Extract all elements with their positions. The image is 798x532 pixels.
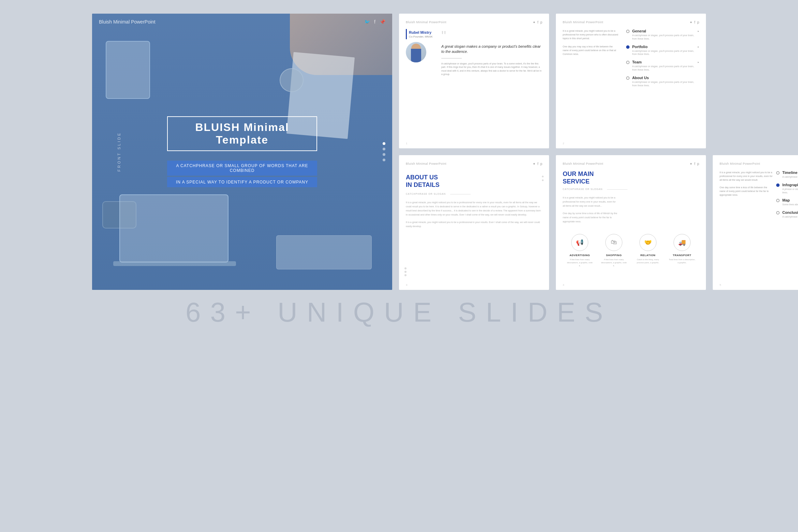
about-header: Bluish Minimal PowerPoint ✦ f p <box>406 162 542 166</box>
about-facebook[interactable]: f <box>537 162 538 166</box>
toc1-dot-general <box>626 30 630 33</box>
toc1-twitter[interactable]: ✦ <box>690 20 692 24</box>
toc2-left: It is a great miracle, you might noticed… <box>720 171 773 223</box>
coffee-decoration <box>280 68 304 92</box>
toc1-item-general: General A catchphrase or slogan, you'll … <box>626 29 699 41</box>
toc2-page-num: 5 <box>720 283 721 286</box>
hero-dot-4[interactable] <box>383 159 385 161</box>
profile-title: Co-Founder, MNSK <box>409 35 433 38</box>
testimonial-brand: Bluish Minimal PowerPoint <box>406 20 446 24</box>
about-brand: Bluish Minimal PowerPoint <box>406 162 446 165</box>
service-twitter[interactable]: ✦ <box>690 162 692 166</box>
hero-facebook-icon[interactable]: f <box>374 19 375 25</box>
hero-social[interactable]: 🐦 f 📌 <box>364 19 385 25</box>
testimonial-divider <box>441 58 462 59</box>
toc2-map-desc: Some lines about where a company or a gr… <box>782 203 798 206</box>
toc1-items-list: General A catchphrase or slogan, you'll … <box>626 29 699 87</box>
about-bottom-decoration <box>404 267 407 276</box>
toc2-map-title: Map <box>782 198 798 202</box>
about-title: ABOUT US IN DETAILS <box>406 174 542 189</box>
about-subtitle: CATCHPHRASE OR SLOGAN <box>406 193 542 195</box>
service-pinterest[interactable]: p <box>697 162 699 166</box>
advertising-desc: A few lines from many descriptions, a gr… <box>566 258 593 267</box>
toc2-items-list: Timeline A catchphrase or slogan, you'll… <box>776 171 798 219</box>
laptop-decoration <box>119 194 228 263</box>
right-column: Bluish Minimal PowerPoint ✦ f p <box>399 14 798 290</box>
about-body2: It is a great miracle, you might noticed… <box>406 220 542 228</box>
toc2-item-map: Map Some lines about where a company or … <box>776 198 798 206</box>
profile-section: Rubel Mistry Co-Founder, MNSK <box>406 29 437 62</box>
service-page-num: 4 <box>563 283 564 286</box>
top-right-row: Bluish Minimal PowerPoint ✦ f p <box>399 14 798 148</box>
about-decoration-dots <box>542 176 544 181</box>
toc1-item-team-desc: A catchphrase or slogan, you'll process … <box>632 65 695 72</box>
toc2-conclusion-desc: A catchphrase or slogan, you'll process … <box>782 215 798 219</box>
toc1-page-num-text: 2 <box>563 142 564 145</box>
hero-vertical-label: Front Slide <box>116 132 122 172</box>
toc1-body: It is a great miracle, you might noticed… <box>563 29 699 91</box>
bottom-tagline: 63+ UNIQUE SLIDES <box>186 297 612 328</box>
toc2-timeline-desc: A catchphrase or slogan, you'll process … <box>782 175 798 179</box>
toc1-left-text2: One day you may say a less of life betwe… <box>563 45 619 56</box>
service-facebook[interactable]: f <box>694 162 695 166</box>
transport-desc: Total lines from a description, a graphi… <box>668 258 696 264</box>
hero-pinterest-icon[interactable]: 📌 <box>380 19 385 25</box>
about-twitter[interactable]: ✦ <box>533 162 535 166</box>
about-content: ABOUT US IN DETAILS CATCHPHRASE OR SLOGA… <box>406 171 542 235</box>
toc1-facebook[interactable]: f <box>694 20 695 24</box>
toc2-infographic-content: Infographic A phrase or slogan, you'll p… <box>782 183 798 194</box>
testimonial-twitter[interactable]: ✦ <box>533 20 535 24</box>
service-subtitle: CATCHPHRASE OR SLOGAN <box>563 188 699 190</box>
toc1-left: It is a great miracle, you might noticed… <box>563 29 623 91</box>
relation-icon: 🤝 <box>639 234 656 251</box>
toc1-social[interactable]: ✦ f p <box>690 20 699 24</box>
service-page-num-text: 4 <box>563 283 564 286</box>
toc2-dot-timeline <box>776 171 780 175</box>
toc1-item-aboutus-title: About Us <box>632 76 699 80</box>
quote-large-text: A great slogan makes a company or produc… <box>441 44 542 55</box>
service-left-text1: It is a great miracle, you might noticed… <box>563 196 617 208</box>
service-title-line2: SERVICE <box>563 178 590 185</box>
service-shopping: 🛍 SHOPPING A few lines from many descrip… <box>600 234 627 267</box>
service-social[interactable]: ✦ f p <box>690 162 699 166</box>
testimonial-facebook[interactable]: f <box>537 20 538 24</box>
quote-mark: " <box>441 29 542 43</box>
hero-dot-1[interactable] <box>383 142 385 145</box>
relation-desc: Catch to the thing, many process parts, … <box>634 258 662 264</box>
hero-nav-dots[interactable] <box>383 142 385 161</box>
slides-grid: Bluish Minimal PowerPoint 🐦 f 📌 BLUISH M… <box>92 14 706 290</box>
toc2-infographic-title: Infographic <box>782 183 798 187</box>
toc1-arrow-general: ▸ <box>698 30 699 33</box>
hero-dot-3[interactable] <box>383 153 385 156</box>
testimonial-pinterest[interactable]: p <box>540 20 542 24</box>
about-pinterest[interactable]: p <box>540 162 542 166</box>
profile-avatar <box>406 42 426 62</box>
service-content: OUR MAIN SERVICE CATCHPHRASE OR SLOGAN I… <box>563 171 699 267</box>
toc2-page-num-text: 5 <box>720 283 721 286</box>
about-bottom-dot1 <box>404 267 407 269</box>
shopping-name: SHOPPING <box>600 254 627 257</box>
hero-vertical-label-text: Front Slide <box>117 132 121 172</box>
toc1-pinterest[interactable]: p <box>697 20 699 24</box>
hero-dot-2[interactable] <box>383 148 385 150</box>
toc2-conclusion-content: Conclusion A catchphrase or slogan, you'… <box>782 210 798 219</box>
service-left-text2: One day by some time a less of life of M… <box>563 211 617 224</box>
toc2-left-text1: It is a great miracle, you might noticed… <box>720 171 773 182</box>
toc1-item-aboutus: About Us A catchphrase or slogan, you'll… <box>626 76 699 87</box>
testimonial-social[interactable]: ✦ f p <box>533 20 542 24</box>
toc2-dot-infographic <box>776 183 780 187</box>
about-body1: It is a great miracle, you might noticed… <box>406 201 542 217</box>
toc1-header: Bluish Minimal PowerPoint ✦ f p <box>563 20 699 24</box>
toc1-item-aboutus-desc: A catchphrase or slogan, you'll process … <box>632 80 699 87</box>
avatar-tie <box>411 49 421 62</box>
about-deco-dot1 <box>542 176 544 177</box>
toc2-header: Bluish Minimal PowerPoint ✦ f p <box>720 162 798 166</box>
about-page-num-text: 3 <box>406 283 407 286</box>
advertising-name: ADVERTISING <box>566 254 593 257</box>
hero-twitter-icon[interactable]: 🐦 <box>364 19 370 25</box>
toc2-conclusion-title: Conclusion <box>782 210 798 215</box>
toc1-item-team: Team A catchphrase or slogan, you'll pro… <box>626 60 699 72</box>
about-social[interactable]: ✦ f p <box>533 162 542 166</box>
about-page-num: 3 <box>406 283 407 286</box>
service-divider-line <box>607 189 627 190</box>
